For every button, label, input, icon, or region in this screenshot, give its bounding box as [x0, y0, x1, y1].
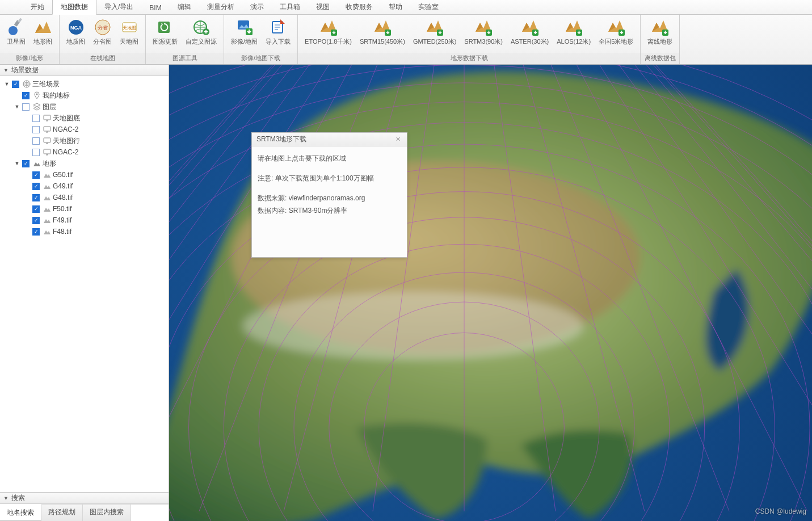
tree-checkbox[interactable]: ✓	[32, 217, 40, 224]
chevron-down-icon[interactable]: ▼	[3, 81, 10, 87]
menu-item-1[interactable]: 地图数据	[52, 0, 96, 15]
offline-terrain-button[interactable]: 离线地形	[644, 17, 676, 46]
custom-source-button[interactable]: 自定义图源	[182, 17, 220, 46]
tree-node-label: 图层	[43, 102, 56, 112]
tree-checkbox[interactable]	[32, 149, 40, 156]
scene-data-panel-header[interactable]: ▼ 场景数据	[0, 65, 169, 76]
tree-checkbox[interactable]	[32, 115, 40, 122]
tree-node-label: NGAC-2	[53, 148, 78, 156]
search-panel-header[interactable]: ▼ 搜索	[0, 493, 169, 504]
tree-checkbox[interactable]: ✓	[22, 92, 30, 99]
chevron-down-icon: ▼	[3, 68, 9, 73]
node-ngac-2b[interactable]: NGAC-2	[0, 146, 169, 158]
node-my-placemarks[interactable]: ✓我的地标	[0, 90, 169, 101]
srtm15-button[interactable]: SRTM15(450米)	[356, 17, 409, 46]
menu-item-4[interactable]: 编辑	[170, 0, 199, 14]
ribbon-group-label: 影像/地图下载	[224, 53, 297, 64]
tree-checkbox[interactable]: ✓	[32, 194, 40, 201]
chevron-down-icon[interactable]: ▼	[14, 104, 20, 110]
node-g50[interactable]: ✓G50.tif	[0, 169, 169, 180]
node-ngac-2a[interactable]: NGAC-2	[0, 124, 169, 135]
tianditu-button[interactable]: 天地图天地图	[116, 17, 142, 46]
scene-tree[interactable]: ▼✓三维场景✓我的地标▼图层天地图底NGAC-2天地图行NGAC-2▼✓地形✓G…	[0, 76, 169, 492]
popup-title: SRTM3地形下载	[256, 135, 306, 144]
menu-item-8[interactable]: 视图	[308, 0, 338, 14]
popup-line-2: 注意: 单次下载范围为单个1:100万图幅	[258, 172, 401, 185]
tree-checkbox[interactable]: ✓	[22, 160, 30, 167]
tree-node-label: F50.tif	[53, 205, 71, 213]
node-g48[interactable]: ✓G48.tif	[0, 192, 169, 203]
satellite-imagery-button[interactable]: 卫星图	[3, 17, 29, 46]
tree-checkbox[interactable]: ✓	[32, 205, 40, 213]
ribbon-button-label: 地质图	[66, 37, 85, 46]
alos-button[interactable]: ALOS(12米)	[553, 17, 594, 46]
ribbon-button-label: 全国5米地形	[599, 37, 633, 46]
menu-item-10[interactable]: 帮助	[381, 0, 410, 14]
tree-checkbox[interactable]: ✓	[32, 228, 40, 236]
menu-item-7[interactable]: 工具箱	[272, 0, 308, 14]
tianditu-icon: 天地图	[120, 18, 138, 36]
etopo-button[interactable]: ETOPO(1.8千米)	[301, 17, 355, 46]
ribbon-button-label: ETOPO(1.8千米)	[305, 37, 352, 46]
menu-item-9[interactable]: 收费服务	[338, 0, 381, 14]
monitor-icon	[43, 114, 52, 123]
tree-checkbox[interactable]	[32, 126, 40, 133]
node-f49[interactable]: ✓F49.tif	[0, 215, 169, 226]
chevron-down-icon[interactable]: ▼	[14, 161, 20, 166]
tree-node-label: G48.tif	[53, 194, 73, 201]
search-tab-1[interactable]: 路径规划	[41, 505, 83, 521]
tree-checkbox[interactable]: ✓	[32, 183, 40, 190]
province-map-button[interactable]: 分省分省图	[90, 17, 115, 46]
download-image-icon	[235, 18, 254, 36]
close-icon[interactable]: ✕	[393, 135, 402, 144]
menu-item-11[interactable]: 实验室	[410, 0, 447, 14]
terrain-imagery-button[interactable]: 地形图	[30, 17, 56, 46]
aster-button[interactable]: ASTER(30米)	[507, 17, 552, 46]
popup-line-4: 数据内容: SRTM3-90m分辨率	[258, 204, 401, 217]
tree-checkbox[interactable]	[32, 137, 40, 145]
search-tab-2[interactable]: 图层内搜索	[83, 505, 131, 521]
svg-rect-26	[44, 127, 51, 131]
tree-node-label: NGAC-2	[53, 125, 78, 133]
ribbon-button-label: 导入下载	[266, 37, 291, 46]
imagery-map-download-button[interactable]: 影像/地图	[228, 17, 261, 46]
tree-checkbox[interactable]	[22, 103, 30, 111]
node-f48[interactable]: ✓F48.tif	[0, 226, 169, 237]
node-scene[interactable]: ▼✓三维场景	[0, 78, 169, 90]
terrain-dl-icon	[373, 18, 392, 36]
menu-item-2[interactable]: 导入/导出	[96, 0, 141, 14]
monitor-icon	[43, 148, 52, 157]
national-5m-button[interactable]: 全国5米地形	[595, 17, 637, 46]
menu-item-5[interactable]: 测量分析	[199, 0, 242, 14]
ribbon-group-label: 图源工具	[146, 53, 224, 64]
tif-icon	[43, 182, 52, 191]
pin-icon	[32, 91, 41, 100]
import-download-button[interactable]: 导入下载	[262, 17, 294, 46]
node-f50[interactable]: ✓F50.tif	[0, 203, 169, 215]
ribbon-button-label: 图源更新	[153, 37, 178, 46]
svg-point-24	[36, 94, 38, 95]
popup-header[interactable]: SRTM3地形下载 ✕	[252, 133, 407, 146]
import-download-icon	[269, 18, 287, 36]
tree-checkbox[interactable]: ✓	[12, 81, 19, 88]
search-tab-0[interactable]: 地名搜索	[0, 504, 41, 521]
srtm3-button[interactable]: SRTM3(90米)	[461, 17, 506, 46]
node-layers[interactable]: ▼图层	[0, 101, 169, 112]
geology-map-button[interactable]: NGA地质图	[63, 17, 89, 46]
node-g49[interactable]: ✓G49.tif	[0, 180, 169, 192]
node-tianditu-admin[interactable]: 天地图行	[0, 135, 169, 146]
satellite-icon	[7, 18, 26, 36]
tree-checkbox[interactable]: ✓	[32, 171, 40, 179]
menu-item-6[interactable]: 演示	[242, 0, 272, 14]
menu-item-0[interactable]: 开始	[23, 0, 52, 14]
menu-item-3[interactable]: BIM	[141, 1, 169, 14]
svg-text:分省: 分省	[98, 25, 108, 31]
node-terrain[interactable]: ▼✓地形	[0, 158, 169, 169]
ribbon-group-2: 图源更新自定义图源图源工具	[146, 15, 224, 64]
node-tianditu-base[interactable]: 天地图底	[0, 112, 169, 124]
source-update-button[interactable]: 图源更新	[149, 17, 181, 46]
terrain-dl-icon	[607, 18, 625, 36]
gmted-button[interactable]: GMTED(250米)	[410, 17, 460, 46]
map-viewport[interactable]: CSDN @ludewig SRTM3地形下载 ✕ 请在地图上点击要下载的区域 …	[169, 65, 812, 521]
ribbon-button-label: ASTER(30米)	[511, 37, 549, 46]
